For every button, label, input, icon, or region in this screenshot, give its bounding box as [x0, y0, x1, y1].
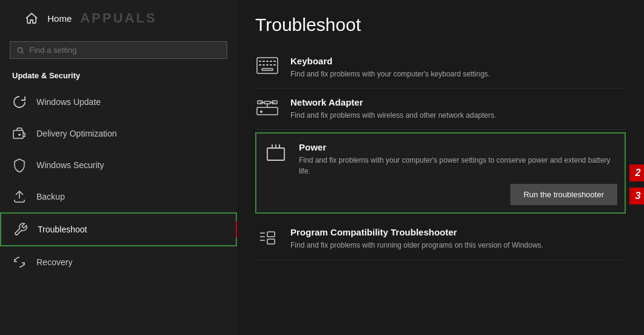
sidebar-item-windows-security[interactable]: Windows Security: [0, 149, 237, 181]
keyboard-desc: Find and fix problems with your computer…: [290, 69, 626, 80]
sidebar-item-label: Windows Update: [36, 97, 101, 107]
svg-rect-18: [257, 107, 278, 115]
troubleshoot-item-program-compat[interactable]: Program Compatibility Troubleshooter Fin…: [255, 218, 626, 260]
run-button-row: Run the troubleshooter 3: [256, 179, 625, 212]
keyboard-title: Keyboard: [290, 56, 626, 66]
security-icon: [12, 158, 27, 172]
badge-2: 2: [629, 164, 644, 181]
search-box[interactable]: [10, 41, 227, 59]
run-troubleshooter-button[interactable]: Run the troubleshooter: [510, 184, 617, 205]
svg-point-0: [18, 47, 22, 52]
svg-point-25: [260, 110, 262, 113]
svg-rect-20: [264, 101, 270, 104]
logo-text: APPUALS: [80, 10, 157, 26]
network-icon: [255, 98, 279, 120]
backup-icon: [12, 189, 27, 204]
badge-3: 3: [629, 188, 644, 205]
update-icon: [12, 95, 27, 109]
svg-rect-34: [267, 239, 275, 244]
recovery-icon: [12, 255, 27, 269]
svg-rect-17: [262, 69, 273, 70]
search-input[interactable]: [29, 46, 221, 55]
sidebar-item-delivery-optimization[interactable]: Delivery Optimization: [0, 118, 237, 149]
network-title: Network Adapter: [290, 97, 626, 107]
sidebar-item-recovery[interactable]: Recovery: [0, 246, 237, 278]
keyboard-content: Keyboard Find and fix problems with your…: [290, 56, 626, 80]
network-content: Network Adapter Find and fix problems wi…: [290, 97, 626, 121]
badge-1: 1: [236, 221, 237, 238]
page-title: Troubleshoot: [255, 15, 626, 35]
svg-line-1: [22, 52, 23, 53]
sidebar-item-troubleshoot[interactable]: Troubleshoot 1: [0, 212, 237, 246]
power-icon: [264, 143, 288, 166]
svg-rect-26: [267, 148, 284, 160]
home-icon: [24, 11, 39, 25]
power-desc: Find and fix problems with your computer…: [299, 155, 617, 177]
keyboard-icon: [255, 57, 279, 78]
troubleshoot-item-power[interactable]: Power Find and fix problems with your co…: [255, 132, 626, 214]
sidebar-item-label: Delivery Optimization: [36, 129, 117, 138]
sidebar-item-label: Recovery: [36, 257, 72, 267]
section-title: Update & Security: [0, 66, 237, 86]
program-compat-content: Program Compatibility Troubleshooter Fin…: [290, 227, 626, 251]
sidebar-item-windows-update[interactable]: Windows Update: [0, 86, 237, 118]
troubleshoot-item-keyboard[interactable]: Keyboard Find and fix problems with your…: [255, 47, 626, 89]
sidebar-item-label: Backup: [36, 192, 65, 201]
wrench-icon: [13, 222, 28, 237]
sidebar-item-backup[interactable]: Backup: [0, 181, 237, 212]
power-content: Power Find and fix problems with your co…: [299, 142, 617, 177]
home-button[interactable]: Home: [12, 4, 84, 33]
sidebar-item-label: Troubleshoot: [38, 225, 87, 234]
main-content: Troubleshoot Keyboard Find and fix probl…: [237, 0, 644, 335]
power-title: Power: [299, 142, 617, 152]
logo-area: Home APPUALS: [0, 0, 237, 36]
svg-rect-33: [267, 232, 275, 237]
search-icon: [16, 46, 24, 55]
troubleshoot-item-network[interactable]: Network Adapter Find and fix problems wi…: [255, 89, 626, 130]
program-compat-desc: Find and fix problems with running older…: [290, 240, 626, 251]
sidebar-item-label: Windows Security: [36, 160, 104, 170]
delivery-icon: [12, 126, 27, 141]
program-compat-title: Program Compatibility Troubleshooter: [290, 227, 626, 237]
network-desc: Find and fix problems with wireless and …: [290, 110, 626, 121]
sidebar: Home APPUALS Update & Security Windows U…: [0, 0, 237, 335]
home-label: Home: [47, 13, 72, 24]
program-icon: [255, 228, 279, 251]
